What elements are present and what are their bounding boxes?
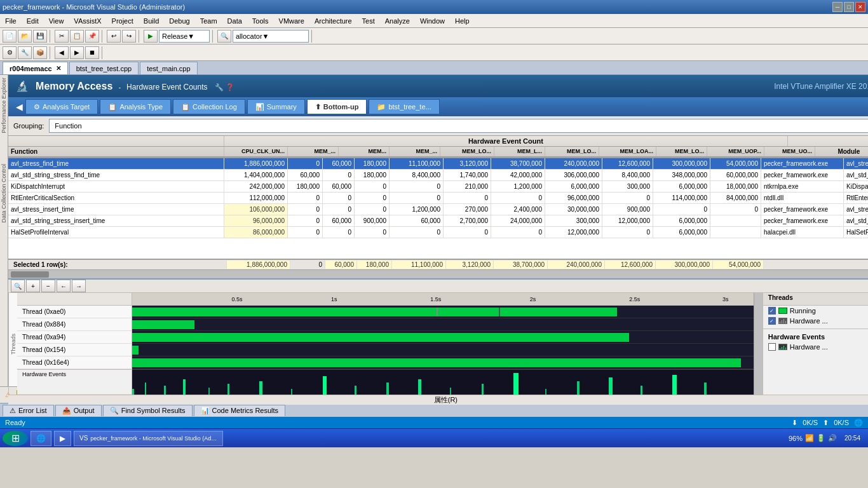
search-btn[interactable]: 🔍 — [217, 30, 231, 43]
tab-bottom-up[interactable]: ⬆ Bottom-up — [307, 99, 367, 114]
toolbox-collection[interactable]: Data Collection Control — [0, 161, 8, 226]
mem2-header[interactable]: MEM... — [339, 147, 390, 156]
open-btn[interactable]: 📂 — [18, 30, 32, 43]
mem6-header[interactable]: MEM_LO... — [545, 147, 599, 156]
mem4-header[interactable]: MEM_LO... — [440, 147, 494, 156]
tb2-2[interactable]: 🔧 — [18, 46, 32, 59]
media-btn[interactable]: ▶ — [54, 431, 71, 446]
mem1-header[interactable]: MEM_... — [288, 147, 339, 156]
cpu-cell: 1,404,000,000 — [224, 170, 288, 180]
tab-collection-log[interactable]: 📋 Collection Log — [173, 99, 245, 114]
toolbox-perf[interactable]: Performance Explorer — [0, 75, 8, 136]
hwe-check[interactable] — [768, 343, 776, 351]
mem3-cell: 0 — [355, 204, 390, 215]
close-button[interactable]: ✕ — [855, 2, 865, 12]
menu-architecture[interactable]: Architecture — [309, 14, 357, 27]
build-config-combo[interactable]: Release ▼ — [159, 30, 210, 43]
menu-edit[interactable]: Edit — [22, 14, 44, 27]
tab-analysis-type[interactable]: 📋 Analysis Type — [100, 99, 171, 114]
menu-project[interactable]: Project — [107, 14, 139, 27]
new-btn[interactable]: 📄 — [3, 30, 17, 43]
hw-check[interactable]: ✓ — [768, 317, 776, 325]
running-check[interactable]: ✓ — [768, 307, 776, 315]
vs-taskbar-btn[interactable]: VS pecker_framework - Microsoft Visual S… — [74, 431, 223, 446]
tb2-6[interactable]: ⏹ — [85, 46, 99, 59]
cpu-clk-header[interactable]: CPU_CLK_UN... — [224, 147, 288, 156]
ie-btn[interactable]: 🌐 — [31, 431, 51, 446]
tb2-1[interactable]: ⚙ — [3, 46, 17, 59]
tab-r004memacc[interactable]: r004memacc ✕ — [3, 62, 68, 74]
zoom-in-btn[interactable]: + — [26, 280, 40, 292]
code-metrics-label: Code Metrics Results — [212, 407, 279, 414]
start-button[interactable]: ⊞ — [3, 431, 28, 446]
minimize-button[interactable]: ─ — [832, 2, 843, 12]
menu-help[interactable]: Help — [450, 14, 475, 27]
tab-find-symbol[interactable]: 🔍 Find Symbol Results — [103, 405, 193, 416]
copy-btn[interactable]: 📋 — [70, 30, 84, 43]
menu-tools[interactable]: Tools — [247, 14, 274, 27]
table-row[interactable]: avl_std_string_stress_insert_time 96,000… — [8, 215, 868, 227]
run-btn[interactable]: ▶ — [144, 30, 158, 43]
vtune-nav-back[interactable]: ◀ — [13, 102, 25, 112]
mem9-header[interactable]: MEM_UOP... — [707, 147, 764, 156]
tb2-3[interactable]: 📦 — [33, 46, 47, 59]
save-btn[interactable]: 💾 — [33, 30, 47, 43]
mem5-cell: 2,700,000 — [444, 215, 491, 226]
menu-vmware[interactable]: VMware — [274, 14, 309, 27]
menu-window[interactable]: Window — [415, 14, 450, 27]
grouping-dropdown[interactable]: Function — [49, 119, 868, 133]
mem10-header[interactable]: MEM_UO... — [764, 147, 815, 156]
zoom-out-btn[interactable]: − — [41, 280, 55, 292]
taskbar-network-icon: 📶 — [805, 434, 814, 442]
tab-close-r004[interactable]: ✕ — [56, 65, 61, 72]
menu-file[interactable]: File — [0, 14, 22, 27]
mem7-header[interactable]: MEM_LOA... — [599, 147, 656, 156]
project-combo[interactable]: allocator ▼ — [233, 30, 309, 43]
tab-btst-tree[interactable]: btst_tree_test.cpp — [69, 62, 139, 74]
table-row[interactable]: avl_stress_find_time 1,886,000,000 0 60,… — [8, 158, 868, 170]
cut-btn[interactable]: ✂ — [55, 30, 69, 43]
mem5-cell: 1,740,000 — [444, 170, 491, 180]
tab-error-list[interactable]: ⚠ Error List — [3, 405, 54, 416]
tab-analysis-target[interactable]: ⚙ Analysis Target — [25, 99, 98, 114]
pan-left-btn[interactable]: ← — [57, 280, 71, 292]
tab-output[interactable]: 📤 Output — [55, 405, 102, 416]
tab-code-metrics[interactable]: 📊 Code Metrics Results — [194, 405, 286, 416]
zoom-icon[interactable]: 🔍 — [11, 280, 25, 292]
code-metrics-icon: 📊 — [201, 407, 210, 415]
mod-cell: pecker_framework.exe — [761, 204, 844, 215]
timeline-vscroll[interactable] — [754, 293, 763, 395]
menu-build[interactable]: Build — [139, 14, 164, 27]
table-row[interactable]: avl_std_string_stress_find_time 1,404,00… — [8, 170, 868, 181]
bu-label: Bottom-up — [323, 103, 359, 111]
tb2-5[interactable]: ▶ — [70, 46, 84, 59]
menu-data[interactable]: Data — [222, 14, 247, 27]
table-row[interactable]: KiDispatchInterrupt 242,000,000 180,000 … — [8, 181, 868, 193]
table-row[interactable]: avl_stress_insert_time 106,000,000 0 0 0… — [8, 204, 868, 215]
menu-debug[interactable]: Debug — [164, 14, 194, 27]
vtune-tools[interactable]: 🔧 ❓ — [215, 83, 234, 91]
redo-btn[interactable]: ↪ — [122, 30, 136, 43]
tab-btst-tree-vtune[interactable]: 📁 btst_tree_te... — [369, 99, 439, 114]
table-row[interactable]: RtlEnterCriticalSection 112,000,000 0 0 … — [8, 193, 868, 204]
menu-view[interactable]: View — [44, 14, 69, 27]
undo-btn[interactable]: ↩ — [107, 30, 121, 43]
menu-vassistx[interactable]: VAssistX — [69, 14, 106, 27]
table-row[interactable]: HalSetProfileInterval 86,000,000 0 0 0 0… — [8, 227, 868, 238]
timeline-chart[interactable]: 0.5s 1s 1.5s 2s 2.5s 3s — [132, 293, 754, 395]
tb2-4[interactable]: ◀ — [55, 46, 69, 59]
mem8-header[interactable]: MEM_LO... — [656, 147, 707, 156]
tab-test-main[interactable]: test_main.cpp — [140, 62, 197, 74]
maximize-button[interactable]: □ — [844, 2, 854, 12]
properties-bar[interactable]: 属性(R) — [8, 395, 868, 405]
paste-btn[interactable]: 📌 — [85, 30, 99, 43]
mem7-cell: 12,000,000 — [545, 227, 602, 238]
grid-hscroll[interactable] — [8, 269, 868, 278]
menu-team[interactable]: Team — [195, 14, 222, 27]
tab-summary[interactable]: 📊 Summary — [247, 99, 305, 114]
mem3-header[interactable]: MEM_... — [390, 147, 440, 156]
pan-right-btn[interactable]: → — [72, 280, 86, 292]
menu-test[interactable]: Test — [357, 14, 380, 27]
mem5-header[interactable]: MEM_L... — [494, 147, 545, 156]
menu-analyze[interactable]: Analyze — [380, 14, 415, 27]
